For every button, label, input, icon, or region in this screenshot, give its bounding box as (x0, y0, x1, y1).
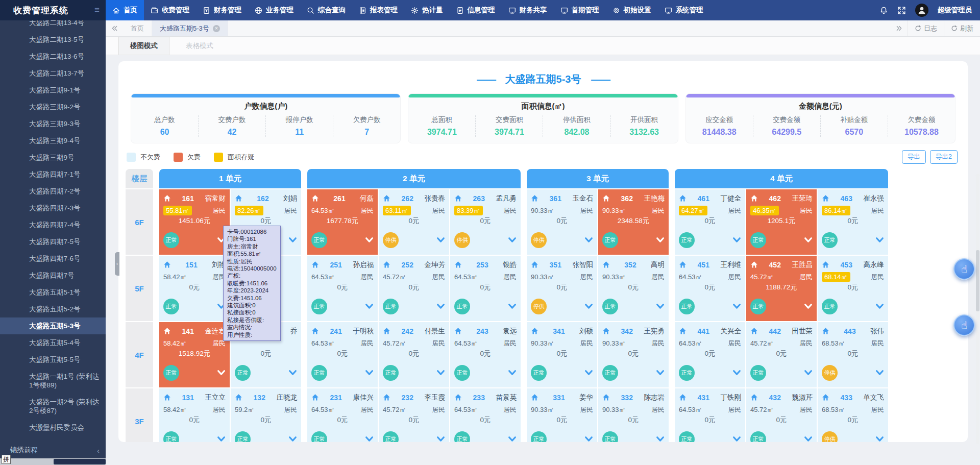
sidebar-item[interactable]: 大盛路四期7-4号 (0, 216, 106, 233)
unit-cell-452[interactable]: 452王胜昌45.72㎡居民1188.72元正常 (746, 256, 817, 321)
sidebar-item[interactable]: 大盛路四期7-6号 (0, 250, 106, 267)
sidebar-item[interactable]: 大盛路三期9-1号 (0, 82, 106, 99)
unit-cell-151[interactable]: 151刘艳58.42㎡居民0元正常 (159, 256, 230, 321)
chevron-down-icon[interactable] (217, 370, 226, 376)
chevron-down-icon[interactable] (365, 303, 374, 310)
chevron-down-icon[interactable] (508, 237, 517, 243)
chevron-down-icon[interactable] (365, 370, 374, 376)
nav-item-综合查询[interactable]: 综合查询 (300, 0, 352, 20)
unit-cell-332[interactable]: 332陈志岩90.33㎡居民0元正常 (598, 388, 669, 442)
sidebar-hscrollbar[interactable] (0, 458, 106, 465)
sidebar-item[interactable]: 大盛路三期9-2号 (0, 99, 106, 115)
chevron-down-icon[interactable] (804, 370, 813, 376)
unit-cell-261[interactable]: 261何磊64.53㎡居民1677.78元正常 (307, 189, 378, 255)
nav-item-财务管理[interactable]: 财务管理 (196, 0, 248, 20)
chevron-down-icon[interactable] (508, 303, 517, 310)
chevron-down-icon[interactable] (875, 436, 884, 443)
chevron-down-icon[interactable] (656, 370, 665, 376)
log-button[interactable]: 日志 (908, 20, 944, 36)
chevron-down-icon[interactable] (656, 436, 665, 443)
unit-cell-453[interactable]: 453高永峰68.14㎡居民0元正常 (818, 256, 888, 321)
nav-item-业务管理[interactable]: 业务管理 (248, 0, 300, 20)
sidebar-item[interactable]: 大盛路四期7-3号 (0, 200, 106, 216)
nav-item-信息管理[interactable]: 信息管理 (450, 0, 502, 20)
unit-cell-141[interactable]: 141金连君58.42㎡居民1518.92元正常 (159, 322, 230, 387)
unit-cell-432[interactable]: 432魏淑芹45.72㎡居民0元正常 (746, 388, 817, 442)
unit-cell-331[interactable]: 331姜华90.33㎡居民0元正常 (527, 388, 597, 442)
unit-cell-361[interactable]: 361玉金石90.33㎡居民0元停供 (527, 189, 597, 255)
unit-cell-342[interactable]: 342王宪勇90.33㎡居民0元正常 (598, 322, 669, 387)
chevron-down-icon[interactable] (436, 303, 445, 310)
sidebar-item[interactable]: 大盛路四期7-1号 (0, 166, 106, 183)
unit-cell-253[interactable]: 253银皓64.53㎡居民0元正常 (450, 256, 521, 321)
chevron-down-icon[interactable] (584, 370, 593, 376)
nav-item-初始设置[interactable]: 初始设置 (606, 0, 658, 20)
chevron-down-icon[interactable] (508, 370, 517, 376)
vertical-scrollbar[interactable] (976, 174, 979, 444)
sidebar-item[interactable]: 大盛路三期9-4号 (0, 132, 106, 149)
hand-tool-button[interactable]: ☝ (953, 258, 975, 280)
refresh-button[interactable]: 刷新 (944, 20, 980, 36)
tabs-scroll-right-icon[interactable] (890, 20, 908, 36)
unit-cell-433[interactable]: 433单文飞68.53㎡居民0元停供 (818, 388, 888, 442)
nav-item-收费管理[interactable]: 收费管理 (144, 0, 196, 20)
chevron-down-icon[interactable] (804, 237, 813, 243)
sidebar-hscrollbar-thumb[interactable] (54, 459, 106, 464)
unit-cell-251[interactable]: 251孙启福64.53㎡居民0元正常 (307, 256, 378, 321)
unit-cell-233[interactable]: 233苗景英64.53㎡居民0元正常 (450, 388, 521, 442)
sidebar-item[interactable]: 大盛路五期5-1号 (0, 284, 106, 301)
sidebar-item[interactable]: 大盛路二期13-5号 (0, 31, 106, 48)
unit-cell-362[interactable]: 362王艳梅90.33㎡居民2348.58元正常 (598, 189, 669, 255)
chevron-down-icon[interactable] (656, 237, 665, 243)
chevron-down-icon[interactable] (732, 303, 741, 310)
chevron-down-icon[interactable] (804, 436, 813, 443)
tabs-scroll-left-icon[interactable] (106, 20, 123, 36)
sidebar-item[interactable]: 大盛路四期7-5号 (0, 233, 106, 250)
chevron-down-icon[interactable] (732, 370, 741, 376)
nav-item-报表管理[interactable]: 报表管理 (352, 0, 404, 20)
chevron-down-icon[interactable] (875, 303, 884, 310)
chevron-down-icon[interactable] (804, 303, 813, 310)
export-button-导出[interactable]: 导出 (902, 150, 926, 164)
panel-collapse-handle[interactable]: ‹ (115, 252, 119, 276)
unit-cell-451[interactable]: 451王利维64.53㎡居民0元正常 (675, 256, 745, 321)
chevron-down-icon[interactable] (584, 303, 593, 310)
unit-cell-262[interactable]: 262张贵春63.11㎡居民0元停供 (379, 189, 449, 255)
chevron-down-icon[interactable] (656, 303, 665, 310)
sidebar-collapse-icon[interactable]: ‹ (97, 446, 100, 455)
chevron-down-icon[interactable] (217, 436, 226, 443)
nav-item-系统管理[interactable]: 系统管理 (658, 0, 710, 20)
unit-cell-352[interactable]: 352高明90.33㎡居民0元正常 (598, 256, 669, 321)
chevron-down-icon[interactable] (288, 436, 297, 443)
sidebar-item[interactable]: 大盛路一期2号 (荣利达2号楼87) (0, 394, 106, 419)
sidebar-item[interactable]: 大溵堡村民委员会 (0, 419, 106, 436)
unit-cell-132[interactable]: 132庄晓龙59.2㎡居民0元正常 (231, 388, 301, 442)
sidebar-item[interactable]: 大盛路五期5-2号 (0, 301, 106, 317)
chevron-down-icon[interactable] (288, 370, 297, 376)
sidebar-item[interactable]: 大盛路四期7-2号 (0, 183, 106, 200)
sidebar-item[interactable]: 大盛路二期13-6号 (0, 48, 106, 65)
unit-cell-131[interactable]: 131王立立58.42㎡居民0元正常 (159, 388, 230, 442)
unit-cell-252[interactable]: 252金坤芳45.72㎡居民0元正常 (379, 256, 449, 321)
mode-tab-楼图模式[interactable]: 楼图模式 (118, 37, 169, 55)
sidebar-item[interactable]: 大盛路三期9号 (0, 149, 106, 166)
chevron-down-icon[interactable] (732, 436, 741, 443)
chevron-down-icon[interactable] (365, 237, 374, 243)
nav-item-热计量[interactable]: 热计量 (404, 0, 450, 20)
sidebar-item[interactable]: 大盛路五期5-3号 (0, 317, 106, 334)
export-button-导出2[interactable]: 导出2 (930, 150, 958, 164)
chevron-down-icon[interactable] (436, 436, 445, 443)
sidebar-item[interactable]: 大盛路四期7号 (0, 267, 106, 284)
chevron-down-icon[interactable] (436, 370, 445, 376)
vertical-scrollbar-thumb[interactable] (976, 250, 979, 311)
unit-cell-441[interactable]: 441关兴全64.53㎡居民0元正常 (675, 322, 745, 387)
tab-首页[interactable]: 首页 (123, 20, 152, 36)
unit-cell-351[interactable]: 351张智阳90.33㎡居民0元停供 (527, 256, 597, 321)
unit-cell-231[interactable]: 231康佳兴64.53㎡居民0元正常 (307, 388, 378, 442)
unit-cell-341[interactable]: 341刘硕90.33㎡居民0元正常 (527, 322, 597, 387)
unit-cell-263[interactable]: 263孟凡勇83.39㎡居民0元停供 (450, 189, 521, 255)
sidebar-item[interactable]: 大盛路五期5-4号 (0, 334, 106, 351)
chevron-down-icon[interactable] (436, 237, 445, 243)
sidebar-footer[interactable]: 锦绣前程 ‹ (0, 444, 106, 457)
chevron-down-icon[interactable] (508, 436, 517, 443)
